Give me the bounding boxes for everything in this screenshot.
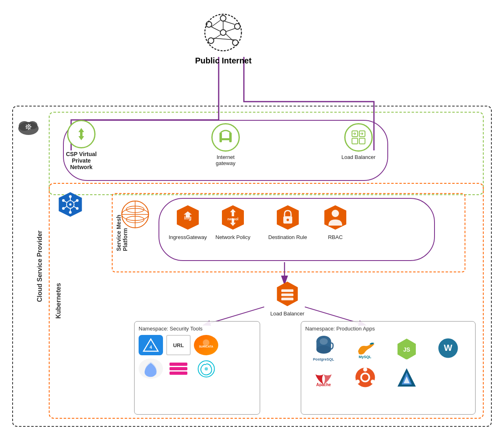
postgresql-logo: PostgreSQL xyxy=(313,335,335,361)
wordpress-logo: W xyxy=(437,337,459,359)
svg-rect-37 xyxy=(359,138,365,144)
public-internet: Public Internet xyxy=(195,12,252,65)
svg-rect-31 xyxy=(219,133,222,142)
diagram-container: Public Internet Cloud Service Provider xyxy=(0,0,504,439)
svg-text:JS: JS xyxy=(403,346,410,353)
security-tools-namespace: Namespace: Security Tools 4 URL SURICATA xyxy=(134,321,260,415)
svg-point-41 xyxy=(69,203,72,206)
k8s-load-balancer-label: Load Balancer xyxy=(270,311,304,317)
svg-rect-81 xyxy=(169,367,187,370)
k8s-label: Kubernetes xyxy=(55,283,62,319)
svg-marker-30 xyxy=(78,132,84,140)
svg-point-51 xyxy=(76,199,79,202)
public-internet-label: Public Internet xyxy=(195,56,252,65)
ubuntu-logo xyxy=(354,366,376,389)
trivy-logo: 4 xyxy=(139,335,163,355)
svg-rect-32 xyxy=(229,133,232,142)
load-balancer-vpn-component: Load Balancer xyxy=(341,123,376,160)
svg-marker-70 xyxy=(324,205,346,230)
destination-rule-icon xyxy=(274,203,302,232)
security-tools-label: Namespace: Security Tools xyxy=(139,326,256,332)
svg-line-12 xyxy=(211,27,220,31)
k8s-load-balancer-icon xyxy=(273,280,302,308)
apache-logo: Apache xyxy=(309,368,338,387)
svg-rect-33 xyxy=(221,138,230,140)
rbac-icon xyxy=(321,203,350,232)
falco-logo xyxy=(194,359,218,379)
svg-rect-75 xyxy=(281,298,293,300)
rbac-label: RBAC xyxy=(328,234,343,240)
svg-rect-74 xyxy=(281,293,293,296)
svg-rect-82 xyxy=(169,372,187,375)
rbac-component: RBAC xyxy=(321,203,350,240)
svg-rect-36 xyxy=(352,138,358,144)
svg-point-4 xyxy=(232,40,238,46)
crowdstrike-logo xyxy=(139,359,163,379)
svg-text:Apache: Apache xyxy=(316,382,331,387)
svg-point-99 xyxy=(356,380,360,384)
svg-point-20 xyxy=(28,126,29,128)
ingress-gateway-component: ing IngressGateway xyxy=(169,203,207,240)
svg-line-9 xyxy=(226,28,235,32)
cloud-gear-icon xyxy=(15,113,42,141)
internet-gateway-label: Internet gateway xyxy=(216,154,235,166)
svg-point-84 xyxy=(204,367,208,370)
vpn-label: CSP VirtualPrivate Network xyxy=(63,151,100,170)
csp-label: Cloud Service Provider xyxy=(36,230,43,302)
svg-text:W: W xyxy=(444,343,452,353)
svg-rect-21 xyxy=(28,124,29,125)
nodejs-logo: JS xyxy=(395,337,418,359)
svg-point-98 xyxy=(371,380,375,384)
mysql-logo: MySQL xyxy=(354,337,376,359)
svg-point-7 xyxy=(220,30,226,35)
svg-point-53 xyxy=(76,207,79,210)
alpine-logo xyxy=(395,366,418,389)
svg-point-69 xyxy=(287,219,289,221)
flatcar-logo xyxy=(166,359,191,379)
svg-rect-73 xyxy=(281,289,293,292)
network-policy-icon: netpol xyxy=(219,203,247,232)
svg-point-50 xyxy=(62,199,65,202)
svg-text:4: 4 xyxy=(150,345,152,350)
ingress-gateway-icon: ing xyxy=(174,203,202,232)
kubernetes-component xyxy=(56,190,85,219)
svg-rect-22 xyxy=(28,129,29,130)
internet-icon xyxy=(203,12,243,53)
network-policy-label: Network Policy xyxy=(215,234,250,240)
internet-gateway-icon xyxy=(211,123,240,152)
svg-rect-80 xyxy=(169,363,187,366)
svg-line-13 xyxy=(223,21,235,24)
svg-point-88 xyxy=(319,338,328,345)
production-apps-icons: PostgreSQL MySQL JS xyxy=(305,335,471,389)
load-balancer-vpn-label: Load Balancer xyxy=(341,154,376,160)
service-mesh-sphere-icon xyxy=(120,199,150,230)
svg-point-3 xyxy=(235,24,240,29)
svg-point-87 xyxy=(316,346,331,354)
svg-point-79 xyxy=(203,339,209,346)
ingress-gateway-label: IngressGateway xyxy=(169,234,207,240)
svg-point-2 xyxy=(220,15,226,21)
k8s-load-balancer-component: Load Balancer xyxy=(270,280,304,317)
kubernetes-icon xyxy=(56,190,85,219)
load-balancer-vpn-icon xyxy=(344,123,373,152)
production-apps-label: Namespace: Production Apps xyxy=(305,326,471,332)
svg-point-52 xyxy=(62,207,65,210)
vpn-icon xyxy=(67,120,96,148)
svg-point-49 xyxy=(69,211,72,214)
svg-point-71 xyxy=(332,210,339,217)
svg-line-15 xyxy=(211,20,220,27)
production-apps-namespace: Namespace: Production Apps PostgreSQL xyxy=(301,321,476,415)
destination-rule-label: Destination Rule xyxy=(268,234,307,240)
service-mesh-icon-component xyxy=(120,199,150,230)
svg-rect-23 xyxy=(30,126,32,127)
internet-gateway-component: Internet gateway xyxy=(211,123,240,166)
svg-point-97 xyxy=(363,367,367,372)
destination-rule-component: Destination Rule xyxy=(268,203,307,240)
security-tools-icons: 4 URL SURICATA xyxy=(139,335,256,379)
svg-text:MySQL: MySQL xyxy=(358,355,371,359)
csp-vpn-component: CSP VirtualPrivate Network xyxy=(63,120,100,170)
svg-rect-24 xyxy=(26,126,27,127)
network-policy-component: netpol Network Policy xyxy=(215,203,250,240)
url-scanner-logo: URL xyxy=(166,335,191,355)
suricata-logo: SURICATA xyxy=(194,335,218,355)
